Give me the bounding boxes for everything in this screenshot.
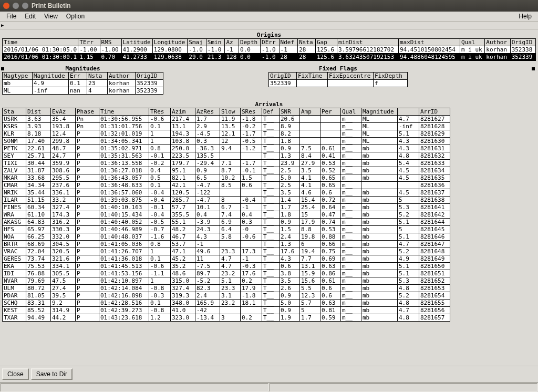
play-icon[interactable]: ▶ xyxy=(1,23,4,28)
magnitudes-table[interactable]: MagtypeMagnitudeErrNstaAuthorOrigIDmb4.9… xyxy=(2,72,163,95)
table-row[interactable]: 2016/01/06 01:30:00.11.150.7041.2733129.… xyxy=(3,54,536,61)
col-header[interactable]: Sta xyxy=(3,108,26,116)
col-header[interactable]: DErr xyxy=(261,39,280,46)
col-header[interactable]: Az xyxy=(225,39,239,46)
fixedflags-table[interactable]: OrigIDFixTimeFixEpicentreFixDepth352339f xyxy=(268,72,408,87)
col-header[interactable]: Qual xyxy=(460,39,484,46)
table-row[interactable]: ULM80.7227.4P01:42:14.084-0.8327.482.323… xyxy=(3,285,450,292)
col-header[interactable]: Dist xyxy=(26,108,51,116)
footer: Close Save to Dir xyxy=(0,366,538,382)
table-row[interactable]: PDAR81.0539.5P01:42:16.898-0.3319.32.43.… xyxy=(3,292,450,300)
table-row[interactable]: ILAR51.1533.2P01:39:03.875-0.4285.7-4.78… xyxy=(3,197,450,204)
table-row[interactable]: 2016/01/06 01:30:05.0-1.00-1.0041.290012… xyxy=(3,46,536,54)
table-row[interactable]: HFS65.97330.3P01:40:46.989-0.748.224.36.… xyxy=(3,226,450,233)
table-row[interactable]: FINES60.34327.4P01:40:10.163-0.157.710.1… xyxy=(3,204,450,211)
table-row[interactable]: MKAR33.68295.5P01:36:43.0570.582.16.510.… xyxy=(3,174,450,182)
magnitudes-title: Magnitudes xyxy=(2,65,163,72)
close-button[interactable]: Close xyxy=(2,368,29,380)
table-row[interactable]: GERES73.74321.6P01:41:36.0180.145.2114.7… xyxy=(3,255,450,263)
col-header[interactable]: OrigID xyxy=(510,39,535,46)
table-row[interactable]: CMAR34.34237.6P01:36:48.6330.142.1-4.78.… xyxy=(3,182,450,189)
minimize-window-icon[interactable] xyxy=(13,3,19,9)
col-header[interactable]: Smin xyxy=(206,39,225,46)
menu-help[interactable]: Help xyxy=(514,12,536,20)
statusbar xyxy=(0,382,538,392)
table-row[interactable]: TIXI30.44359.9P01:36:13.558-0.2179.7-29.… xyxy=(3,160,450,167)
table-row[interactable]: BRTR68.69304.5P01:41:05.0360.853.7-1T__1… xyxy=(3,241,450,248)
resize-handle-icon[interactable] xyxy=(532,67,535,70)
col-header[interactable]: RMS xyxy=(100,39,121,46)
col-header[interactable]: Gap xyxy=(316,39,337,46)
table-row[interactable]: NVAR79.6947.5P01:42:10.8971315.0-5.25.10… xyxy=(3,277,450,285)
col-header[interactable]: Slow xyxy=(220,108,241,116)
col-header[interactable]: FixEpicentre xyxy=(328,73,374,80)
save-to-dir-button[interactable]: Save to Dir xyxy=(31,368,73,380)
col-header[interactable]: Nsta xyxy=(298,39,316,46)
table-row[interactable]: WRA61.10174.3P01:40:15.434-0.4355.50.47.… xyxy=(3,211,450,219)
table-row[interactable]: SONM17.40299.8P01:34:05.3411103.80.312-0… xyxy=(3,138,450,145)
col-header[interactable]: Magnitude xyxy=(33,73,69,80)
origins-table[interactable]: TimeTErrRMSLatitudeLongitudeSmajSminAzDe… xyxy=(2,38,536,61)
col-header[interactable]: Smaj xyxy=(188,39,206,46)
table-row[interactable]: EKA75.53334.1P01:41:45.513-0.635.2-7.54.… xyxy=(3,263,450,270)
arrivals-title: Arrivals xyxy=(2,101,536,108)
arrivals-table[interactable]: StaDistEvAzPhaseTimeTResAzimAzResSlowSRe… xyxy=(2,108,450,322)
table-row[interactable]: mb4.90.123korhan352339 xyxy=(3,80,163,87)
col-header[interactable]: Ndef xyxy=(279,39,298,46)
col-header[interactable]: FixDepth xyxy=(374,73,408,80)
col-header[interactable]: OrigID xyxy=(136,73,163,80)
col-header[interactable]: Longitude xyxy=(152,39,187,46)
col-header[interactable]: Qual xyxy=(341,108,361,116)
col-header[interactable]: SRes xyxy=(241,108,262,116)
col-header[interactable]: Amp xyxy=(300,108,320,116)
table-row[interactable]: TXAR94.4944.2P01:43:23.6181.2323.0-13.43… xyxy=(3,314,450,322)
menu-file[interactable]: File xyxy=(2,12,20,20)
table-row[interactable]: KSRS3.93193.8Pn01:31:01.7560.113.12.913.… xyxy=(3,123,450,130)
resize-handle-icon[interactable] xyxy=(1,67,4,70)
menu-view[interactable]: View xyxy=(40,12,62,20)
col-header[interactable]: maxDist xyxy=(399,39,460,46)
col-header[interactable]: OrigID xyxy=(269,73,297,80)
col-header[interactable]: TRes xyxy=(149,108,171,116)
col-header[interactable]: minDist xyxy=(337,39,399,46)
col-header[interactable]: AzRes xyxy=(195,108,220,116)
col-header[interactable]: TErr xyxy=(78,39,100,46)
table-row[interactable]: PETK22.6148.7P01:35:02.9710.8250.0-36.39… xyxy=(3,145,450,152)
col-header[interactable]: Time xyxy=(3,39,78,46)
col-header[interactable]: Time xyxy=(99,108,149,116)
col-header[interactable]: Def xyxy=(262,108,280,116)
close-window-icon[interactable] xyxy=(3,3,9,9)
table-row[interactable]: USRK3.6335.4Pn01:30:56.955-0.6217.41.711… xyxy=(3,116,450,123)
col-header[interactable]: EvAz xyxy=(51,108,76,116)
table-row[interactable]: NRIK35.44336.1P01:36:57.060-0.4120.5-122… xyxy=(3,189,450,197)
menu-edit[interactable]: Edit xyxy=(20,12,40,20)
col-header[interactable]: Latitude xyxy=(121,39,152,46)
col-header[interactable]: Azim xyxy=(171,108,195,116)
table-row[interactable]: IDI76.88305.5P01:41:53.156-1.148.689.723… xyxy=(3,270,450,277)
col-header[interactable]: FixTime xyxy=(297,73,328,80)
table-row[interactable]: ZALV31.87308.6P01:36:27.0180.495.10.98.7… xyxy=(3,167,450,174)
col-header[interactable]: SNR xyxy=(280,108,300,116)
table-row[interactable]: SEY25.7124.7P01:35:31.563-0.1223.5135.5T… xyxy=(3,152,450,160)
col-header[interactable]: Author xyxy=(108,73,136,80)
col-header[interactable]: Depth xyxy=(239,39,261,46)
col-header[interactable]: ArrID xyxy=(419,108,450,116)
maximize-window-icon[interactable] xyxy=(22,3,28,9)
table-row[interactable]: ML-infnan4korhan352339 xyxy=(3,87,163,95)
table-row[interactable]: KLR8.1812.4P01:32:01.0191194.3-4.512.1-1… xyxy=(3,130,450,138)
col-header[interactable]: Per xyxy=(320,108,341,116)
table-row[interactable]: AKASG64.83316.2P01:40:40.052-0.555.1-3.9… xyxy=(3,219,450,226)
menu-option[interactable]: Option xyxy=(62,12,89,20)
col-header[interactable]: Nsta xyxy=(87,73,108,80)
col-header[interactable]: Err xyxy=(69,73,87,80)
col-header[interactable]: Phase xyxy=(76,108,99,116)
table-row[interactable]: 352339f xyxy=(269,80,408,87)
table-row[interactable]: KEST85.52314.9P01:42:39.273-0.841.0-42T_… xyxy=(3,307,450,314)
table-row[interactable]: VRAC72.04320.5P01:41:26.707147.149.623.3… xyxy=(3,248,450,255)
col-header[interactable]: Magnitude xyxy=(361,108,398,116)
table-row[interactable]: NOA66.25332.0P01:40:48.037-1.646.74.35.8… xyxy=(3,233,450,241)
col-header[interactable]: Author xyxy=(485,39,510,46)
col-header[interactable]: Magtype xyxy=(3,73,33,80)
col-header[interactable] xyxy=(398,108,419,116)
table-row[interactable]: SCHQ83.319.2P01:42:28.5160.1348.0165.923… xyxy=(3,300,450,307)
